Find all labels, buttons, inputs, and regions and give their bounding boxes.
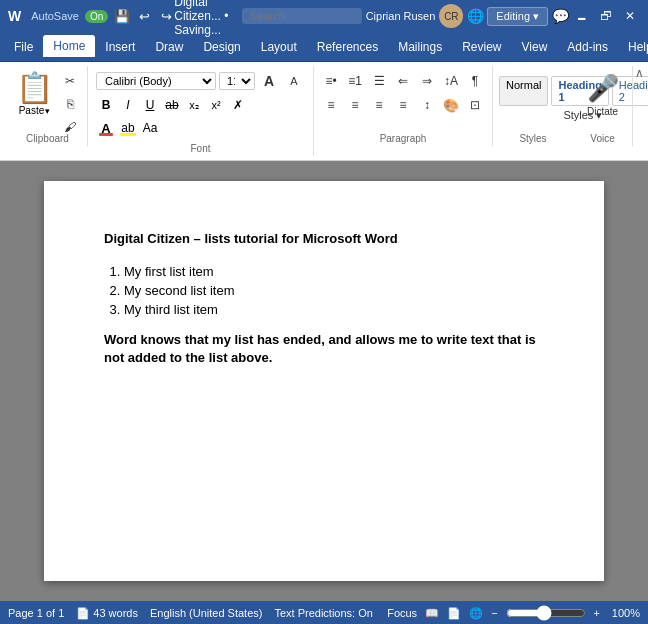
menu-item-layout[interactable]: Layout <box>251 36 307 58</box>
clipboard-label: Clipboard <box>8 133 87 144</box>
paste-label: Paste <box>19 105 45 116</box>
menu-bar: File Home Insert Draw Design Layout Refe… <box>0 32 648 62</box>
bullets-button[interactable]: ≡• <box>320 70 342 92</box>
italic-button[interactable]: I <box>118 95 138 115</box>
line-spacing-button[interactable]: ↕ <box>416 94 438 116</box>
language[interactable]: English (United States) <box>150 607 263 619</box>
zoom-in-icon[interactable]: + <box>594 607 600 619</box>
highlight-button[interactable]: ab <box>118 118 138 138</box>
ribbon: 📋 Paste ▾ ✂ ⎘ 🖌 Clipboard Calibri (Body)… <box>0 62 648 161</box>
paste-button[interactable]: 📋 Paste ▾ <box>14 68 55 118</box>
shrink-font-button[interactable]: A <box>283 70 305 92</box>
font-group-label: Font <box>88 143 313 154</box>
web-layout-icon[interactable]: 🌐 <box>469 607 483 620</box>
zoom-out-icon[interactable]: − <box>491 607 497 619</box>
list-item: My first list item <box>124 264 544 279</box>
document-title: Digital Citizen – lists tutorial for Mic… <box>104 231 544 246</box>
editing-label: Editing <box>496 10 530 22</box>
document-page: Digital Citizen – lists tutorial for Mic… <box>44 181 604 581</box>
paragraph-group-label: Paragraph <box>314 133 492 144</box>
zoom-level[interactable]: 100% <box>608 607 640 619</box>
clipboard-group: 📋 Paste ▾ ✂ ⎘ 🖌 Clipboard <box>8 66 88 146</box>
ribbon-collapse-btn[interactable]: ∧ <box>635 66 644 80</box>
show-marks-button[interactable]: ¶ <box>464 70 486 92</box>
undo-icon[interactable]: ↩ <box>136 8 152 24</box>
subscript-button[interactable]: x₂ <box>184 95 204 115</box>
title-bar-right: Ciprian Rusen CR 🌐 Editing ▾ 💬 🗕 🗗 ✕ <box>242 4 640 28</box>
word-count-label: 43 words <box>93 607 138 619</box>
align-left-button[interactable]: ≡ <box>320 94 342 116</box>
clear-format-button[interactable]: ✗ <box>228 95 248 115</box>
menu-item-file[interactable]: File <box>4 36 43 58</box>
word-count[interactable]: 📄 43 words <box>76 607 138 620</box>
print-layout-icon[interactable]: 📄 <box>447 607 461 620</box>
styles-group-label: Styles <box>493 133 573 144</box>
share-icon[interactable]: 🌐 <box>467 8 483 24</box>
paragraph-row1: ≡• ≡1 ☰ ⇐ ⇒ ↕A ¶ <box>320 70 486 92</box>
save-icon[interactable]: 💾 <box>114 8 130 24</box>
chevron-down-icon: ▾ <box>533 10 539 23</box>
menu-item-draw[interactable]: Draw <box>145 36 193 58</box>
paragraph-row2: ≡ ≡ ≡ ≡ ↕ 🎨 ⊡ <box>320 94 486 116</box>
menu-item-review[interactable]: Review <box>452 36 511 58</box>
font-size-selector[interactable]: 11 <box>219 72 255 90</box>
restore-button[interactable]: 🗗 <box>596 6 616 26</box>
shading-button[interactable]: 🎨 <box>440 94 462 116</box>
superscript-button[interactable]: x² <box>206 95 226 115</box>
underline-button[interactable]: U <box>140 95 160 115</box>
font-format-row: B I U ab x₂ x² ✗ <box>96 95 305 115</box>
close-button[interactable]: ✕ <box>620 6 640 26</box>
menu-item-view[interactable]: View <box>512 36 558 58</box>
multilevel-button[interactable]: ☰ <box>368 70 390 92</box>
bold-button[interactable]: B <box>96 95 116 115</box>
menu-item-help[interactable]: Help <box>618 36 648 58</box>
list-item: My third list item <box>124 302 544 317</box>
status-bar: Page 1 of 1 📄 43 words English (United S… <box>0 601 648 624</box>
voice-group: 🎤 Dictate Voice <box>573 66 633 146</box>
redo-icon[interactable]: ↪ <box>158 8 174 24</box>
increase-indent-button[interactable]: ⇒ <box>416 70 438 92</box>
menu-item-home[interactable]: Home <box>43 35 95 59</box>
comments-icon[interactable]: 💬 <box>552 8 568 24</box>
text-color-button[interactable]: A <box>96 118 116 138</box>
menu-item-design[interactable]: Design <box>193 36 250 58</box>
grow-font-button[interactable]: A <box>258 70 280 92</box>
change-case-button[interactable]: Aa <box>140 118 160 138</box>
user-name: Ciprian Rusen <box>366 10 436 22</box>
title-bar-left: W AutoSave On 💾 ↩ ↪ <box>8 8 174 24</box>
decrease-indent-button[interactable]: ⇐ <box>392 70 414 92</box>
editing-button[interactable]: Editing ▾ <box>487 7 548 26</box>
numbering-button[interactable]: ≡1 <box>344 70 366 92</box>
focus-button[interactable]: Focus <box>387 607 417 619</box>
dictate-button[interactable]: 🎤 Dictate <box>583 70 623 120</box>
menu-item-references[interactable]: References <box>307 36 388 58</box>
document-area[interactable]: Digital Citizen – lists tutorial for Mic… <box>0 161 648 601</box>
document-title: Digital Citizen... • Saving... <box>174 0 241 37</box>
page-info: Page 1 of 1 <box>8 607 64 619</box>
styles-group: Normal Heading 1 Heading 2 Styles ▾ ▲ ▼ … <box>493 66 573 146</box>
justify-button[interactable]: ≡ <box>392 94 414 116</box>
cut-button[interactable]: ✂ <box>59 70 81 92</box>
search-input[interactable] <box>242 8 362 24</box>
color-row: A ab Aa <box>96 118 305 138</box>
copy-button[interactable]: ⎘ <box>59 93 81 115</box>
read-mode-icon[interactable]: 📖 <box>425 607 439 620</box>
borders-button[interactable]: ⊡ <box>464 94 486 116</box>
font-family-selector[interactable]: Calibri (Body) <box>96 72 216 90</box>
align-right-button[interactable]: ≡ <box>368 94 390 116</box>
document-paragraph: Word knows that my list has ended, and a… <box>104 331 544 367</box>
align-center-button[interactable]: ≡ <box>344 94 366 116</box>
title-bar-center: Digital Citizen... • Saving... <box>174 0 241 37</box>
text-predictions: Text Predictions: On <box>274 607 372 619</box>
sort-button[interactable]: ↕A <box>440 70 462 92</box>
style-normal[interactable]: Normal <box>499 76 548 106</box>
minimize-button[interactable]: 🗕 <box>572 6 592 26</box>
autosave-toggle[interactable]: On <box>85 10 108 23</box>
menu-item-mailings[interactable]: Mailings <box>388 36 452 58</box>
paragraph-group: ≡• ≡1 ☰ ⇐ ⇒ ↕A ¶ ≡ ≡ ≡ ≡ ↕ 🎨 ⊡ Paragraph <box>314 66 493 146</box>
word-logo-icon: W <box>8 8 21 24</box>
menu-item-addins[interactable]: Add-ins <box>557 36 618 58</box>
strikethrough-button[interactable]: ab <box>162 95 182 115</box>
zoom-slider[interactable] <box>506 605 586 621</box>
menu-item-insert[interactable]: Insert <box>95 36 145 58</box>
